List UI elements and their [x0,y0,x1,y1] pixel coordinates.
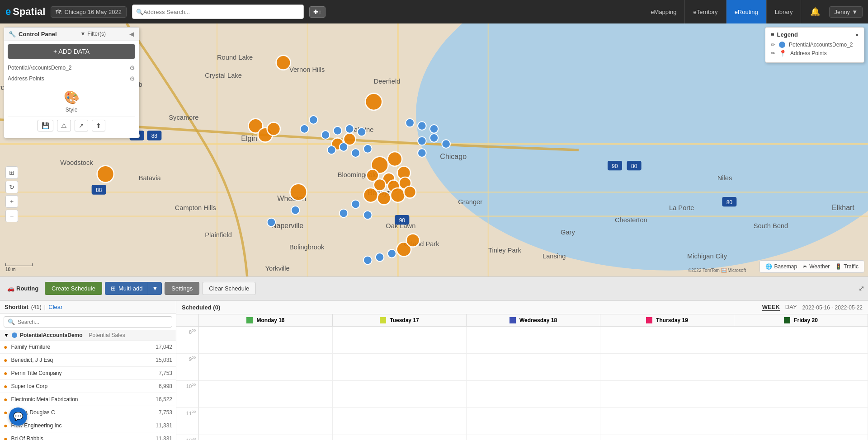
address-search-bar[interactable]: 🔍 [132,5,304,19]
schedule-slot[interactable] [600,408,734,435]
day-toggle-button[interactable]: DAY [785,304,797,311]
svg-text:Bloomingdale: Bloomingdale [338,171,378,178]
shortlist-search-bar[interactable]: 🔍 [4,316,172,328]
schedule-slot[interactable] [600,354,734,381]
gear-icon-potential[interactable]: ⚙ [129,64,135,71]
schedule-slot[interactable] [600,435,734,440]
svg-point-81 [321,131,330,139]
day-col-mon [199,327,333,440]
layer-row-potential: PotentialAccountsDemo_2 ⚙ [8,62,135,73]
list-item[interactable]: ● Perrin Title Company 7,753 [0,367,176,380]
tab-eterritory[interactable]: eTerritory [685,0,726,23]
search-input[interactable] [143,9,300,15]
share-action-button[interactable]: ↗ [75,120,88,131]
svg-text:90: 90 [612,163,618,169]
zoom-in-button[interactable]: + [5,195,18,208]
time-slot-1200: 1200 [176,435,199,440]
schedule-slot[interactable] [467,381,600,408]
day-header-thu: Thursday 19 [600,314,734,326]
add-pin-button[interactable]: ✚+ [309,6,326,18]
schedule-slot[interactable] [199,381,332,408]
time-label: 1000 [186,383,196,389]
schedule-slot[interactable] [199,435,332,440]
item-value: 15,031 [150,357,172,363]
tab-library[interactable]: Library [767,0,802,23]
user-menu-button[interactable]: Jenny ▼ [829,6,863,18]
tab-erouting[interactable]: eRouting [726,0,767,23]
notification-button[interactable]: 🔔 [807,7,824,17]
time-slot-1100: 1100 [176,408,199,435]
clear-schedule-button[interactable]: Clear Schedule [202,282,256,295]
schedule-slot[interactable] [333,408,466,435]
day-header-tue: Tuesday 17 [333,314,467,326]
schedule-slot[interactable] [467,354,600,381]
week-toggle-button[interactable]: WEEK [762,304,780,311]
day-label-mon: Monday 16 [256,317,284,323]
schedule-slot[interactable] [467,435,600,440]
collapse-group-icon[interactable]: ▼ [4,332,9,338]
schedule-slot[interactable] [333,381,466,408]
map-area[interactable]: Rockford DeKalb Sycamore Elgin Batavia W… [0,23,868,276]
list-item[interactable]: ● Benedict, J J Esq 15,031 [0,354,176,367]
warning-action-button[interactable]: ⚠ [57,120,71,131]
schedule-slot[interactable] [600,327,734,354]
shortlist-clear-button[interactable]: Clear [48,304,62,310]
tab-emapping[interactable]: eMapping [642,0,685,23]
filter-button[interactable]: ▼ Filter(s) [80,31,106,37]
schedule-slot[interactable] [734,327,868,354]
schedule-slot[interactable] [734,435,868,440]
export-action-button[interactable]: ⬆ [92,120,105,131]
schedule-slot[interactable] [467,408,600,435]
list-item[interactable]: ● Electronic Metal Fabrication 16,522 [0,393,176,406]
schedule-slot[interactable] [467,327,600,354]
expand-button[interactable]: ⤢ [859,284,864,293]
schedule-slot[interactable] [199,408,332,435]
zoom-to-fit-button[interactable]: ⊞ [5,166,18,179]
list-item[interactable]: ● Bd Of Rabbis 11,331 [0,432,176,440]
schedule-slot[interactable] [333,435,466,440]
schedule-slot[interactable] [734,381,868,408]
schedule-slot[interactable] [199,327,332,354]
schedule-slot[interactable] [600,381,734,408]
gear-icon-address[interactable]: ⚙ [129,75,135,82]
logo-spatial: Spatial [13,6,45,18]
basemap-toggle[interactable]: 🌐 Basemap [765,263,797,270]
shortlist-search-input[interactable] [18,319,168,325]
rotate-button[interactable]: ↻ [5,181,18,193]
multi-add-button[interactable]: ⊞ Multi-add [105,282,148,295]
item-value: 11,331 [150,422,172,429]
svg-point-97 [418,137,426,145]
legend-expand-icon[interactable]: » [855,31,859,38]
weather-toggle[interactable]: ☀ Weather [802,263,830,270]
time-labels: 800900100011001200 [176,327,199,440]
list-item[interactable]: ● Family Furniture 17,042 [0,341,176,354]
schedule-columns: Monday 16 Tuesday 17 Wednesday 18 Thursd… [176,314,868,327]
traffic-toggle[interactable]: 🚦 Traffic [835,263,859,270]
schedule-slot[interactable] [734,408,868,435]
svg-point-64 [377,192,391,205]
svg-text:Orland Park: Orland Park [404,240,439,248]
create-schedule-button[interactable]: Create Schedule [45,282,102,295]
chat-button[interactable]: 💬 [9,407,27,426]
svg-point-65 [391,188,405,202]
svg-rect-45 [395,215,409,225]
svg-point-104 [291,206,300,215]
list-item[interactable]: ● Super Ice Corp 6,998 [0,380,176,393]
multi-add-dropdown[interactable]: ▼ [148,282,161,295]
list-icon: ≡ [771,31,774,38]
schedule-slot[interactable] [199,354,332,381]
zoom-out-button[interactable]: − [5,210,18,222]
collapse-button[interactable]: ◀ [129,30,134,37]
schedule-slot[interactable] [333,327,466,354]
search-icon: 🔍 [136,9,143,15]
save-action-button[interactable]: 💾 [38,120,53,131]
settings-button[interactable]: Settings [165,282,199,295]
schedule-slot[interactable] [333,354,466,381]
schedule-slot[interactable] [734,354,868,381]
svg-text:Lansing: Lansing [542,253,566,260]
svg-text:La Porte: La Porte [669,204,694,211]
svg-text:Michigan City: Michigan City [687,253,727,260]
shortlist-separator: | [44,304,46,310]
add-data-button[interactable]: + ADD DATA [8,44,135,59]
list-item[interactable]: ● Flow Engineering Inc 11,331 [0,419,176,432]
